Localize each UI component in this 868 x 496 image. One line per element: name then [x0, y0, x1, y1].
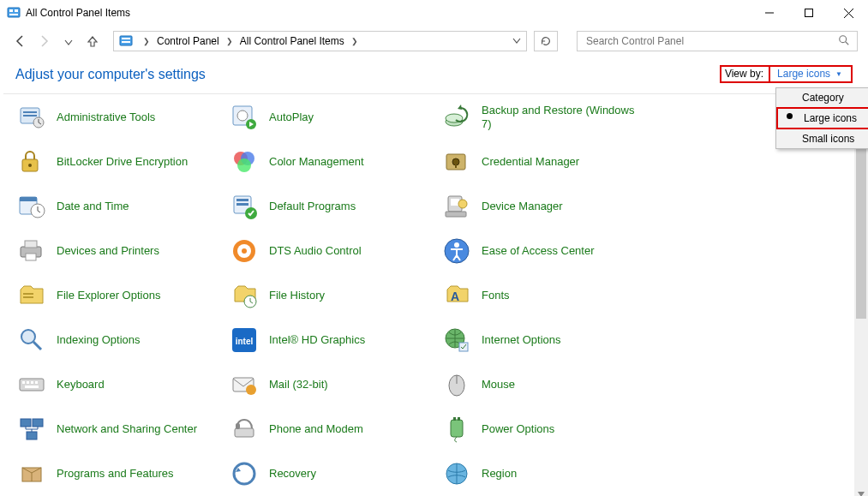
date-time-icon — [17, 192, 46, 221]
breadcrumb-current[interactable]: All Control Panel Items — [238, 35, 346, 47]
item-mouse[interactable]: Mouse — [442, 370, 655, 399]
region-icon — [442, 459, 471, 488]
menu-item-label: Category — [802, 92, 844, 104]
view-by-value: Large icons — [777, 68, 830, 80]
item-indexing-options[interactable]: Indexing Options — [17, 326, 230, 355]
view-by-dropdown[interactable]: Large icons ▼ — [769, 65, 853, 83]
svg-rect-74 — [451, 420, 463, 437]
item-file-explorer-options[interactable]: File Explorer Options — [17, 281, 230, 310]
search-input[interactable] — [584, 34, 838, 48]
item-network-sharing[interactable]: Network and Sharing Center — [17, 415, 230, 444]
search-box[interactable] — [577, 31, 858, 51]
maximize-button[interactable] — [789, 0, 829, 26]
item-credential-manager[interactable]: Credential Manager — [442, 147, 655, 176]
item-internet-options[interactable]: Internet Options — [442, 326, 655, 355]
svg-rect-14 — [23, 111, 37, 113]
chevron-down-icon: ▼ — [835, 70, 842, 78]
close-button[interactable] — [829, 0, 868, 26]
item-label: Mail (32-bit) — [269, 378, 328, 391]
recent-locations-button[interactable] — [58, 31, 79, 51]
item-administrative-tools[interactable]: Administrative Tools — [17, 103, 230, 132]
svg-point-26 — [237, 158, 251, 172]
svg-rect-76 — [458, 417, 460, 421]
item-label: Intel® HD Graphics — [269, 333, 365, 347]
svg-rect-43 — [26, 254, 36, 260]
chevron-right-icon[interactable]: ❯ — [138, 37, 155, 45]
search-icon[interactable] — [838, 34, 850, 49]
item-label: Region — [482, 467, 517, 481]
item-intel-hd-graphics[interactable]: intel Intel® HD Graphics — [230, 326, 442, 355]
item-phone-modem[interactable]: Phone and Modem — [230, 415, 442, 444]
item-label: Indexing Options — [57, 333, 141, 347]
svg-point-46 — [242, 248, 247, 254]
item-power-options[interactable]: Power Options — [442, 415, 655, 444]
intel-graphics-icon: intel — [230, 326, 259, 355]
svg-point-78 — [234, 463, 254, 484]
item-autoplay[interactable]: AutoPlay — [230, 103, 442, 132]
back-button[interactable] — [10, 31, 31, 51]
item-programs-features[interactable]: Programs and Features — [17, 459, 230, 488]
item-recovery[interactable]: Recovery — [230, 459, 442, 488]
refresh-button[interactable] — [534, 31, 558, 51]
item-fonts[interactable]: A Fonts — [442, 281, 655, 310]
menu-item-label: Small icons — [802, 133, 854, 145]
breadcrumb-root[interactable]: Control Panel — [155, 35, 221, 47]
svg-point-40 — [458, 200, 467, 208]
ease-of-access-icon — [442, 236, 471, 266]
item-color-management[interactable]: Color Management — [230, 147, 442, 176]
svg-rect-34 — [236, 199, 248, 201]
scroll-down-button[interactable] — [854, 487, 868, 496]
item-label: Phone and Modem — [269, 422, 363, 436]
chevron-right-icon[interactable]: ❯ — [346, 37, 363, 45]
mail-icon — [230, 370, 259, 399]
item-devices-printers[interactable]: Devices and Printers — [17, 236, 230, 266]
svg-rect-75 — [453, 417, 456, 421]
item-keyboard[interactable]: Keyboard — [17, 370, 230, 399]
svg-rect-5 — [805, 9, 813, 17]
svg-rect-50 — [23, 296, 33, 298]
item-label: File Explorer Options — [57, 289, 160, 302]
recovery-icon — [230, 459, 259, 488]
item-label: Network and Sharing Center — [57, 422, 197, 436]
svg-text:A: A — [451, 290, 459, 303]
item-label: Backup and Restore (Windows 7) — [482, 104, 644, 132]
address-dropdown-button[interactable] — [507, 32, 526, 51]
svg-text:intel: intel — [236, 337, 254, 346]
forward-button[interactable] — [34, 31, 55, 51]
item-default-programs[interactable]: Default Programs — [230, 192, 442, 221]
item-region[interactable]: Region — [442, 459, 655, 488]
view-by-label: View by: — [720, 65, 770, 83]
item-device-manager[interactable]: Device Manager — [442, 192, 655, 221]
navigation-bar: ❯ Control Panel ❯ All Control Panel Item… — [0, 26, 868, 57]
item-date-time[interactable]: Date and Time — [17, 192, 230, 221]
view-by-option-small-icons[interactable]: Small icons — [776, 129, 868, 148]
mouse-icon — [442, 370, 471, 399]
item-file-history[interactable]: File History — [230, 281, 442, 310]
control-panel-icon — [7, 6, 21, 20]
item-label: Programs and Features — [57, 467, 174, 481]
up-button[interactable] — [82, 31, 103, 51]
svg-point-48 — [454, 242, 459, 248]
item-mail[interactable]: Mail (32-bit) — [230, 370, 442, 399]
svg-rect-2 — [15, 9, 18, 12]
item-dts-audio[interactable]: DTS Audio Control — [230, 236, 442, 266]
view-by-option-category[interactable]: Category — [776, 88, 868, 107]
item-label: Default Programs — [269, 200, 356, 213]
svg-rect-73 — [236, 423, 240, 429]
svg-rect-3 — [9, 14, 18, 15]
vertical-scrollbar[interactable] — [854, 99, 868, 496]
devices-printers-icon — [17, 236, 46, 266]
view-by-option-large-icons[interactable]: Large icons — [776, 107, 868, 129]
minimize-button[interactable] — [750, 0, 789, 26]
item-bitlocker[interactable]: BitLocker Drive Encryption — [17, 147, 230, 176]
svg-rect-49 — [23, 293, 33, 295]
chevron-right-icon[interactable]: ❯ — [221, 37, 238, 45]
item-label: Internet Options — [482, 333, 561, 347]
svg-point-53 — [21, 330, 35, 344]
item-ease-of-access[interactable]: Ease of Access Center — [442, 236, 655, 266]
indexing-options-icon — [17, 326, 46, 355]
item-label: Administrative Tools — [57, 111, 155, 124]
item-backup-restore[interactable]: Backup and Restore (Windows 7) — [442, 103, 655, 132]
svg-rect-69 — [21, 419, 31, 427]
address-bar[interactable]: ❯ Control Panel ❯ All Control Panel Item… — [113, 31, 527, 51]
